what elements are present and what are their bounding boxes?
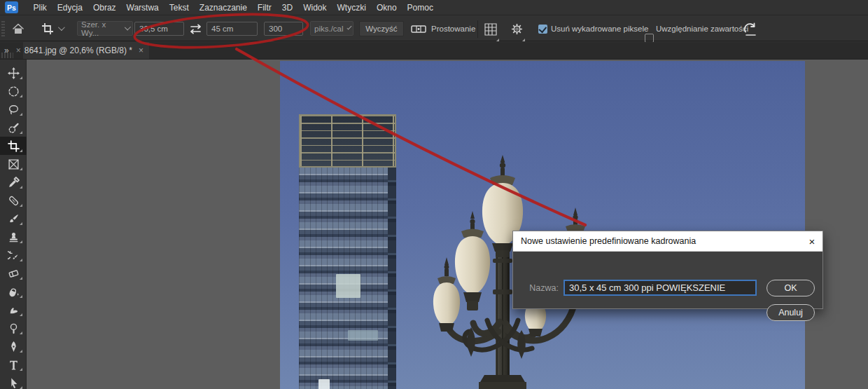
- delete-cropped-pixels-label[interactable]: Usuń wykadrowane piksele: [551, 25, 648, 33]
- crop-preset-icon[interactable]: [41, 22, 55, 36]
- menu-wtyczki[interactable]: Wtyczki: [332, 0, 371, 15]
- tool-pen[interactable]: [0, 337, 27, 355]
- quick-selection-icon: [8, 122, 20, 134]
- tools-panel: [0, 60, 27, 389]
- unit-chevron-icon: [346, 25, 351, 29]
- brush-icon: [8, 213, 20, 225]
- menu-edycja[interactable]: Edycja: [52, 0, 88, 15]
- menu-bar: Ps Plik Edycja Obraz Warstwa Tekst Zazna…: [0, 0, 868, 15]
- tool-smudge[interactable]: [0, 301, 27, 319]
- pen-icon: [8, 341, 20, 353]
- move-icon: [8, 67, 20, 79]
- clear-button[interactable]: Wyczyść: [359, 21, 404, 36]
- delete-cropped-pixels-checkbox[interactable]: [538, 25, 547, 34]
- tool-dodge[interactable]: [0, 319, 27, 337]
- tool-eyedropper[interactable]: [0, 173, 27, 191]
- resolution-unit-select[interactable]: piks./cal: [310, 21, 354, 36]
- crop-width-field-wrap: [134, 22, 184, 36]
- tool-direct-selection[interactable]: [0, 374, 27, 389]
- tool-elliptical-marquee[interactable]: [0, 82, 27, 100]
- content-aware-label[interactable]: Uwzględnianie zawartości: [656, 25, 748, 33]
- toolbar-grip[interactable]: [1, 53, 13, 58]
- lit-window-patch: [336, 274, 360, 298]
- workspace: [0, 59, 868, 389]
- menu-obraz[interactable]: Obraz: [88, 0, 121, 15]
- photoshop-window: Ps Plik Edycja Obraz Warstwa Tekst Zazna…: [0, 0, 868, 389]
- crop-ratio-preset-select[interactable]: Szer. x Wy...: [77, 21, 133, 36]
- crop-height-field-wrap: [206, 22, 258, 36]
- menu-filtr[interactable]: Filtr: [252, 0, 276, 15]
- eraser-icon: [8, 268, 20, 280]
- home-icon[interactable]: [11, 22, 25, 36]
- menu-items: Plik Edycja Obraz Warstwa Tekst Zaznacza…: [28, 0, 438, 15]
- new-crop-preset-dialog: Nowe ustawienie predefiniowane kadrowani…: [512, 231, 823, 309]
- dialog-title-bar[interactable]: Nowe ustawienie predefiniowane kadrowani…: [513, 231, 822, 252]
- crop-options-bar: Szer. x Wy... piks./cal Wyczyść Prostowa…: [0, 16, 868, 41]
- grid-flyout-arrow-icon: [496, 39, 499, 41]
- straighten-label[interactable]: Prostowanie: [431, 25, 475, 33]
- tool-brush[interactable]: [0, 210, 27, 228]
- resolution-unit-value: piks./cal: [314, 25, 344, 33]
- menu-okno[interactable]: Okno: [371, 0, 402, 15]
- document-tab-label: 8641.jpg @ 20,6% (RGB/8) *: [24, 46, 132, 55]
- menu-widok[interactable]: Widok: [298, 0, 332, 15]
- menu-plik[interactable]: Plik: [28, 0, 52, 15]
- crop-height-input[interactable]: [206, 22, 258, 36]
- stamp-icon: [8, 231, 20, 243]
- cancel-button[interactable]: Anuluj: [766, 304, 815, 321]
- crop-resolution-field-wrap: [264, 22, 303, 36]
- reset-crop-icon[interactable]: [743, 22, 758, 37]
- paint-bucket-icon: [8, 286, 20, 298]
- menu-zaznaczanie[interactable]: Zaznaczanie: [194, 0, 252, 15]
- preset-name-input[interactable]: [564, 280, 757, 296]
- tab-close-icon[interactable]: ×: [139, 46, 144, 55]
- marquee-icon: [8, 86, 20, 97]
- dialog-body: Nazwa: OK Anuluj: [513, 252, 822, 309]
- straighten-level-icon[interactable]: [410, 23, 427, 35]
- tool-frame[interactable]: [0, 155, 27, 173]
- dialog-close-icon[interactable]: ×: [802, 231, 822, 252]
- tool-quick-selection[interactable]: [0, 118, 27, 137]
- previous-tab-close-icon[interactable]: ×: [16, 46, 21, 55]
- document-tab[interactable]: 8641.jpg @ 20,6% (RGB/8) * ×: [23, 42, 149, 59]
- tool-type[interactable]: [0, 355, 27, 374]
- tool-history-brush[interactable]: [0, 246, 27, 264]
- preset-chevron-icon: [125, 24, 131, 30]
- canvas-image[interactable]: [280, 61, 805, 389]
- overlay-grid-icon[interactable]: [484, 22, 498, 36]
- tool-eraser[interactable]: [0, 264, 27, 282]
- tool-clone-stamp[interactable]: [0, 228, 27, 246]
- tool-paint-bucket[interactable]: [0, 282, 27, 301]
- cursor-icon: [8, 377, 20, 389]
- lasso-icon: [8, 104, 20, 116]
- document-tab-bar: » × 8641.jpg @ 20,6% (RGB/8) * ×: [0, 42, 868, 59]
- crop-resolution-input[interactable]: [264, 22, 303, 36]
- menu-pomoc[interactable]: Pomoc: [402, 0, 438, 15]
- menu-warstwa[interactable]: Warstwa: [121, 0, 164, 15]
- crop-preset-chevron-icon[interactable]: [58, 24, 65, 31]
- options-separator: [477, 20, 478, 38]
- smudge-finger-icon: [8, 304, 20, 316]
- swap-dimensions-icon[interactable]: [188, 24, 204, 34]
- tool-spot-healing-brush[interactable]: [0, 191, 27, 210]
- crop-ratio-preset-value: Szer. x Wy...: [81, 20, 121, 37]
- tool-lasso[interactable]: [0, 100, 27, 118]
- menu-3d[interactable]: 3D: [276, 0, 298, 15]
- menu-tekst[interactable]: Tekst: [164, 0, 194, 15]
- ok-button[interactable]: OK: [766, 280, 815, 296]
- crop-settings-gear-icon[interactable]: [510, 22, 524, 36]
- crop-width-input[interactable]: [134, 22, 184, 36]
- tool-move[interactable]: [0, 64, 27, 82]
- dialog-title: Nowe ustawienie predefiniowane kadrowani…: [521, 236, 696, 246]
- options-bar-grip[interactable]: [1, 21, 5, 36]
- eyedropper-icon: [8, 177, 20, 189]
- tool-crop[interactable]: [0, 137, 27, 155]
- history-brush-icon: [8, 250, 20, 261]
- lit-window-patch: [348, 330, 378, 341]
- gear-flyout-arrow-icon: [522, 39, 525, 41]
- frame-icon: [8, 158, 20, 170]
- skyscraper-crown: [299, 114, 396, 168]
- type-icon: [8, 359, 20, 371]
- dodge-icon: [8, 322, 20, 334]
- photoshop-logo-icon: Ps: [5, 1, 18, 13]
